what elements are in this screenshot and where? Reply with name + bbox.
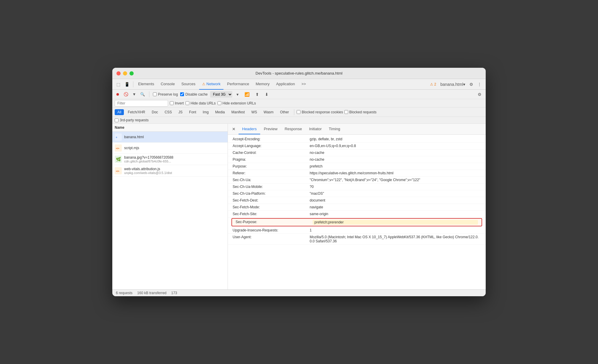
download-icon[interactable]: ⬇ bbox=[263, 91, 270, 98]
file-name: web-vitals.attribution.js bbox=[124, 167, 225, 171]
hide-data-urls-label[interactable]: Hide data URLs bbox=[186, 101, 216, 105]
minimize-button[interactable] bbox=[123, 71, 127, 75]
filter-type-bar: All Fetch/XHR Doc CSS JS Font Img Media … bbox=[112, 107, 486, 117]
tab-application[interactable]: Application bbox=[273, 79, 298, 90]
file-url: cdn.glitch.global/87b4c0fe-655... bbox=[124, 160, 225, 163]
page-selector[interactable]: banana.html ▾ bbox=[439, 81, 467, 88]
blocked-requests-checkbox[interactable] bbox=[344, 110, 348, 114]
header-value: prefetch bbox=[310, 164, 481, 168]
header-value: ?0 bbox=[310, 185, 481, 189]
filter-media[interactable]: Media bbox=[212, 109, 228, 115]
close-button[interactable] bbox=[116, 71, 121, 75]
tab-initiator[interactable]: Initiator bbox=[306, 124, 325, 134]
file-row[interactable]: ≡ banana.html bbox=[112, 132, 228, 143]
disable-cache-label[interactable]: Disable cache bbox=[180, 92, 207, 96]
tab-performance[interactable]: Performance bbox=[224, 79, 252, 90]
filter-js[interactable]: JS bbox=[176, 109, 185, 115]
third-party-label[interactable]: 3rd-party requests bbox=[115, 118, 148, 122]
hide-data-urls-checkbox[interactable] bbox=[186, 101, 189, 105]
filter-css[interactable]: CSS bbox=[162, 109, 175, 115]
filter-input[interactable] bbox=[115, 100, 168, 107]
tab-more[interactable]: >> bbox=[298, 79, 309, 90]
headers-content: Accept-Encoding: gzip, deflate, br, zstd… bbox=[228, 135, 486, 246]
warning-icon: ⚠ bbox=[430, 82, 433, 86]
header-value: Mozilla/5.0 (Macintosh; Intel Mac OS X 1… bbox=[310, 235, 481, 243]
filter-wasm[interactable]: Wasm bbox=[261, 109, 276, 115]
hide-extension-urls-checkbox[interactable] bbox=[218, 101, 221, 105]
invert-label[interactable]: Invert bbox=[170, 101, 184, 105]
header-name: Accept-Encoding: bbox=[233, 137, 310, 141]
clear-button[interactable]: 🚫 bbox=[123, 91, 129, 97]
wifi-icon[interactable]: 📶 bbox=[243, 91, 251, 98]
disable-cache-checkbox[interactable] bbox=[180, 92, 184, 96]
header-value: en-GB,en-US;q=0.9,en;q=0.8 bbox=[310, 144, 481, 148]
device-mode-icon[interactable]: 📱 bbox=[123, 81, 131, 88]
headers-panel: ✕ Headers Preview Response Initiator Tim… bbox=[228, 124, 486, 289]
filter-fetch-xhr[interactable]: Fetch/XHR bbox=[125, 109, 148, 115]
select-element-icon[interactable]: ⬚ bbox=[115, 81, 122, 88]
tab-memory[interactable]: Memory bbox=[253, 79, 273, 90]
close-panel-icon[interactable]: ✕ bbox=[230, 125, 237, 133]
svg-text:≡: ≡ bbox=[116, 136, 117, 139]
header-value: no-cache bbox=[310, 157, 481, 162]
third-party-bar: 3rd-party requests bbox=[112, 117, 486, 124]
header-name: User-Agent: bbox=[233, 235, 310, 239]
file-icon-js: </> bbox=[115, 144, 122, 152]
status-bar: 6 requests 160 kB transferred 173 bbox=[112, 289, 486, 296]
file-row[interactable]: 🌿 banana.jpg?v=1705668720588 cdn.glitch.… bbox=[112, 154, 228, 165]
blocked-response-cookies-checkbox[interactable] bbox=[297, 110, 300, 114]
invert-checkbox[interactable] bbox=[170, 101, 174, 105]
third-party-checkbox[interactable] bbox=[115, 118, 119, 122]
preserve-log-checkbox[interactable] bbox=[153, 92, 157, 96]
header-value: https://speculative-rules.glitch.me/comm… bbox=[310, 171, 481, 175]
tab-network[interactable]: ⚠ Network bbox=[199, 79, 224, 90]
hide-extension-urls-label[interactable]: Hide extension URLs bbox=[218, 101, 256, 105]
filter-img[interactable]: Img bbox=[200, 109, 211, 115]
divider bbox=[149, 91, 149, 97]
blocked-response-cookies-label[interactable]: Blocked response cookies bbox=[297, 110, 343, 114]
maximize-button[interactable] bbox=[129, 71, 134, 75]
more-options-icon[interactable]: ⋮ bbox=[476, 81, 483, 88]
file-row[interactable]: </> web-vitals.attribution.js unpkg.com/… bbox=[112, 165, 228, 177]
header-row: User-Agent: Mozilla/5.0 (Macintosh; Inte… bbox=[228, 234, 486, 245]
tab-console[interactable]: Console bbox=[158, 79, 178, 90]
tab-response[interactable]: Response bbox=[281, 124, 306, 134]
file-list: Name ≡ banana.html </> script.mjs bbox=[112, 124, 228, 289]
header-row: Cache-Control: no-cache bbox=[228, 149, 486, 156]
throttle-down-icon[interactable]: ▾ bbox=[235, 91, 240, 98]
warning-badge: ⚠ 2 bbox=[428, 82, 438, 87]
svg-text:🌿: 🌿 bbox=[116, 157, 121, 162]
tab-headers[interactable]: Headers bbox=[239, 124, 260, 134]
blocked-requests-label[interactable]: Blocked requests bbox=[344, 110, 377, 114]
filter-ws[interactable]: WS bbox=[249, 109, 260, 115]
filter-all[interactable]: All bbox=[115, 109, 124, 115]
record-button[interactable]: ⏺ bbox=[115, 91, 121, 97]
search-icon[interactable]: 🔍 bbox=[140, 91, 145, 97]
titlebar-buttons bbox=[116, 71, 134, 75]
filter-font[interactable]: Font bbox=[186, 109, 199, 115]
tab-timing[interactable]: Timing bbox=[325, 124, 344, 134]
tab-preview[interactable]: Preview bbox=[260, 124, 281, 134]
file-info: web-vitals.attribution.js unpkg.com/web-… bbox=[124, 167, 225, 175]
header-name: Sec-Fetch-Dest: bbox=[233, 198, 310, 202]
tab-sources[interactable]: Sources bbox=[178, 79, 199, 90]
file-row[interactable]: </> script.mjs bbox=[112, 143, 228, 154]
throttle-selector[interactable]: Fast 3G bbox=[210, 91, 232, 98]
headers-tabs: ✕ Headers Preview Response Initiator Tim… bbox=[228, 124, 486, 135]
tab-elements[interactable]: Elements bbox=[135, 79, 157, 90]
filter-manifest[interactable]: Manifest bbox=[229, 109, 247, 115]
filter-doc[interactable]: Doc bbox=[149, 109, 161, 115]
preserve-log-label[interactable]: Preserve log bbox=[153, 92, 178, 96]
header-name: Cache-Control: bbox=[233, 151, 310, 155]
upload-icon[interactable]: ⬆ bbox=[254, 91, 261, 98]
window-title: DevTools - speculative-rules.glitch.me/b… bbox=[255, 71, 342, 75]
header-value-prefetch: prefetch;prerender bbox=[313, 220, 478, 225]
header-row: Sec-Fetch-Dest: document bbox=[228, 197, 486, 204]
header-value: same-origin bbox=[310, 212, 481, 216]
filter-icon[interactable]: ▼ bbox=[131, 91, 137, 97]
transferred-size: 160 kB transferred bbox=[137, 291, 167, 295]
settings-icon[interactable]: ⚙ bbox=[468, 81, 475, 88]
file-name: banana.html bbox=[124, 135, 225, 139]
settings-network-icon[interactable]: ⚙ bbox=[476, 91, 483, 98]
filter-other[interactable]: Other bbox=[277, 109, 292, 115]
